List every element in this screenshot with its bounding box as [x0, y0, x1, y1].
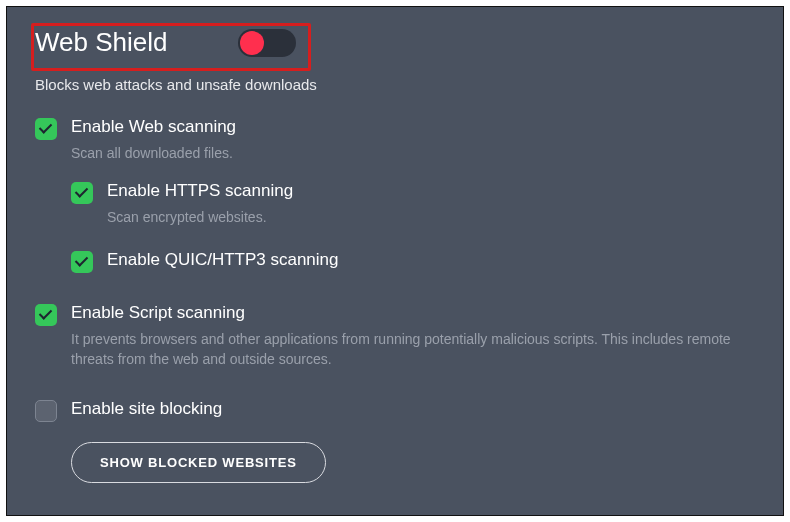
script-scanning-checkbox[interactable]: [35, 304, 57, 326]
script-scanning-label: Enable Script scanning: [71, 303, 755, 323]
option-text: Enable site blocking: [71, 399, 755, 419]
page-subtitle: Blocks web attacks and unsafe downloads: [35, 76, 755, 93]
page-title: Web Shield: [35, 27, 168, 58]
option-web-scanning: Enable Web scanning Scan all downloaded …: [35, 117, 755, 163]
toggle-knob-icon: [240, 31, 264, 55]
web-scanning-subgroup: Enable HTTPS scanning Scan encrypted web…: [71, 181, 755, 272]
option-text: Enable Script scanning It prevents brows…: [71, 303, 755, 370]
web-shield-toggle[interactable]: [238, 29, 296, 57]
option-text: Enable QUIC/HTTP3 scanning: [107, 250, 755, 270]
https-scanning-label: Enable HTTPS scanning: [107, 181, 755, 201]
https-scanning-checkbox[interactable]: [71, 182, 93, 204]
option-text: Enable Web scanning Scan all downloaded …: [71, 117, 755, 163]
site-blocking-label: Enable site blocking: [71, 399, 755, 419]
web-scanning-desc: Scan all downloaded files.: [71, 143, 755, 163]
script-scanning-desc: It prevents browsers and other applicati…: [71, 329, 755, 370]
quic-scanning-checkbox[interactable]: [71, 251, 93, 273]
site-blocking-checkbox[interactable]: [35, 400, 57, 422]
option-text: Enable HTTPS scanning Scan encrypted web…: [107, 181, 755, 227]
option-https-scanning: Enable HTTPS scanning Scan encrypted web…: [71, 181, 755, 227]
web-scanning-checkbox[interactable]: [35, 118, 57, 140]
show-blocked-websites-button[interactable]: SHOW BLOCKED WEBSITES: [71, 442, 326, 483]
option-quic-scanning: Enable QUIC/HTTP3 scanning: [71, 250, 755, 273]
settings-panel: Web Shield Blocks web attacks and unsafe…: [6, 6, 784, 516]
option-site-blocking: Enable site blocking: [35, 399, 755, 422]
web-scanning-label: Enable Web scanning: [71, 117, 755, 137]
quic-scanning-label: Enable QUIC/HTTP3 scanning: [107, 250, 755, 270]
header-row: Web Shield: [35, 27, 755, 58]
option-script-scanning: Enable Script scanning It prevents brows…: [35, 303, 755, 370]
https-scanning-desc: Scan encrypted websites.: [107, 207, 755, 227]
